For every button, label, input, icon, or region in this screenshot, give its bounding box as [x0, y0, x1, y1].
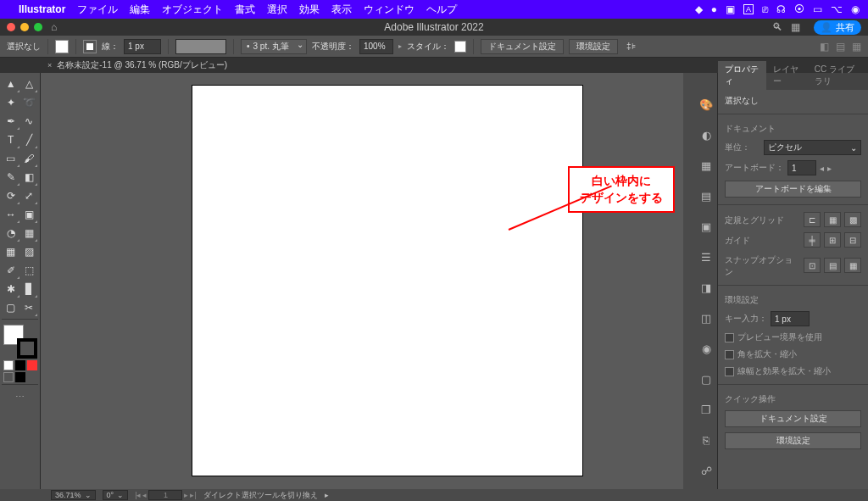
lasso-tool[interactable]: ➰ — [20, 93, 39, 112]
asset-export-panel-icon[interactable]: ⎘ — [698, 432, 714, 448]
tab-cc-libraries[interactable]: CC ライブラリ — [808, 61, 868, 90]
smart-guides-icon[interactable]: ⊟ — [844, 232, 861, 248]
rotate-tool[interactable]: ⟳ — [2, 186, 20, 205]
line-tool[interactable]: ╱ — [20, 131, 39, 149]
artboard-tool[interactable]: ▢ — [2, 298, 20, 317]
input-menu-icon[interactable]: A — [743, 4, 754, 14]
artboard[interactable] — [192, 85, 583, 476]
quick-prefs-button[interactable]: 環境設定 — [725, 432, 861, 449]
brush-preview[interactable] — [175, 39, 226, 54]
menu-type[interactable]: 書式 — [235, 3, 255, 17]
nav-first-icon[interactable]: |◂ — [135, 491, 141, 499]
snap-point-icon[interactable]: ⊡ — [804, 258, 821, 273]
magic-wand-tool[interactable]: ✦ — [2, 93, 20, 112]
stroke-width-field[interactable]: 1 px — [124, 39, 161, 54]
document-setup-button[interactable]: ドキュメント設定 — [481, 39, 564, 54]
type-tool[interactable]: T — [2, 131, 20, 149]
screen-icon[interactable]: ▣ — [726, 3, 735, 15]
ruler-toggle-icon[interactable]: ⊏ — [804, 212, 821, 227]
pen-tool[interactable]: ✒ — [2, 112, 20, 131]
fill-swatch[interactable] — [55, 40, 69, 53]
panel-toggle-icon[interactable]: ◧ — [820, 41, 829, 53]
stroke-chip[interactable] — [17, 338, 37, 359]
slice-tool[interactable]: ✂ — [20, 298, 39, 317]
color-mode-none[interactable] — [27, 360, 37, 370]
key-input-field[interactable]: 1 px — [771, 311, 810, 326]
preferences-button[interactable]: 環境設定 — [569, 39, 618, 54]
perspective-grid-tool[interactable]: ▦ — [20, 224, 39, 242]
display-icon[interactable]: ⎚ — [762, 3, 768, 15]
canvas-area[interactable]: 白い枠内に デザインをする — [41, 73, 695, 489]
color-mode-solid[interactable] — [3, 360, 14, 370]
traffic-lights[interactable] — [7, 23, 42, 31]
zoom-field[interactable]: 36.71%⌄ — [51, 490, 96, 500]
gradient-tool[interactable]: ▨ — [20, 242, 39, 261]
grid-toggle-icon[interactable]: ▦ — [824, 212, 841, 227]
eyedropper-tool[interactable]: ✐ — [2, 261, 20, 280]
menu-select[interactable]: 選択 — [267, 3, 287, 17]
snap-grid-icon[interactable]: ▤ — [824, 258, 841, 273]
brushes-panel-icon[interactable]: ▤ — [698, 188, 714, 203]
graph-tool[interactable]: ▊ — [20, 280, 39, 298]
symbol-sprayer-tool[interactable]: ✱ — [2, 280, 20, 298]
menu-object[interactable]: オブジェクト — [162, 3, 223, 17]
arrange-docs-icon[interactable]: ▦ — [791, 21, 800, 33]
color-mode-gradient[interactable] — [15, 360, 25, 370]
bluetooth-icon[interactable]: ☊ — [776, 3, 786, 15]
curvature-tool[interactable]: ∿ — [20, 112, 39, 131]
artboard-page-field[interactable]: 1 — [148, 490, 182, 500]
free-transform-tool[interactable]: ▣ — [20, 205, 39, 224]
graphic-styles-panel-icon[interactable]: ▢ — [698, 371, 714, 387]
guides-lock-icon[interactable]: ⊞ — [824, 232, 841, 248]
color-guide-panel-icon[interactable]: ◐ — [698, 127, 714, 142]
stroke-swatch[interactable] — [83, 40, 97, 53]
nav-next-icon[interactable]: ▸ — [184, 491, 188, 499]
preview-bounds-checkbox[interactable]: プレビュー境界を使用 — [725, 331, 861, 343]
home-icon[interactable]: ⌂ — [51, 21, 57, 33]
menu-edit[interactable]: 編集 — [130, 3, 150, 17]
color-panel-icon[interactable]: 🎨 — [698, 97, 714, 112]
guides-show-icon[interactable]: ╪ — [804, 232, 821, 248]
menu-view[interactable]: 表示 — [331, 3, 352, 17]
selection-tool[interactable]: ▲ — [2, 75, 20, 93]
nav-prev-icon[interactable]: ◂ — [142, 491, 147, 499]
artboard-number-field[interactable]: 1 — [787, 160, 816, 175]
search-icon[interactable]: 🔍︎ — [772, 21, 782, 33]
screen-mode-full[interactable] — [15, 372, 25, 382]
edit-toolbar-icon[interactable]: ⋯ — [2, 392, 38, 403]
align-icon[interactable]: ‡⊧ — [626, 42, 636, 51]
mesh-tool[interactable]: ▦ — [2, 242, 20, 261]
color-chips[interactable] — [2, 325, 39, 359]
appearance-panel-icon[interactable]: ◉ — [698, 341, 714, 356]
style-swatch[interactable] — [454, 41, 466, 53]
status-dot-icon[interactable]: ● — [711, 3, 717, 15]
edit-artboard-button[interactable]: アートボードを編集 — [725, 181, 861, 198]
shaper-tool[interactable]: ✎ — [2, 168, 20, 186]
tab-layers[interactable]: レイヤー — [766, 61, 808, 90]
units-dropdown[interactable]: ピクセル⌄ — [764, 140, 861, 155]
nav-last-icon[interactable]: ▸| — [190, 491, 196, 499]
dropbox-icon[interactable]: ◆ — [695, 3, 703, 15]
control-center-icon[interactable]: ⌥ — [831, 3, 843, 15]
transparency-panel-icon[interactable]: ◫ — [698, 310, 714, 326]
close-window-icon[interactable] — [7, 23, 15, 31]
minimize-window-icon[interactable] — [20, 23, 29, 31]
eraser-tool[interactable]: ◧ — [20, 168, 39, 186]
artboard-nav[interactable]: |◂ ◂ 1 ▸ ▸| — [135, 490, 197, 500]
swatches-panel-icon[interactable]: ▦ — [698, 158, 714, 173]
width-tool[interactable]: ↔ — [2, 205, 20, 224]
transparency-grid-icon[interactable]: ▩ — [844, 212, 861, 227]
artboard-next-icon[interactable]: ▸ — [827, 164, 832, 173]
share-button[interactable]: 👤 共有 — [814, 20, 861, 35]
panel-menu-icon[interactable]: ▦ — [852, 41, 861, 53]
paintbrush-tool[interactable]: 🖌 — [20, 149, 39, 168]
brush-dropdown[interactable]: •3 pt. 丸筆 — [241, 39, 307, 54]
battery-icon[interactable]: ▭ — [813, 3, 822, 15]
rectangle-tool[interactable]: ▭ — [2, 149, 20, 168]
menu-effect[interactable]: 効果 — [299, 3, 320, 17]
shape-builder-tool[interactable]: ◔ — [2, 224, 20, 242]
wifi-icon[interactable]: ⦿ — [794, 3, 804, 15]
blend-tool[interactable]: ⬚ — [20, 261, 39, 280]
artboards-panel-icon[interactable]: ☍ — [698, 463, 714, 478]
symbols-panel-icon[interactable]: ▣ — [698, 219, 714, 234]
